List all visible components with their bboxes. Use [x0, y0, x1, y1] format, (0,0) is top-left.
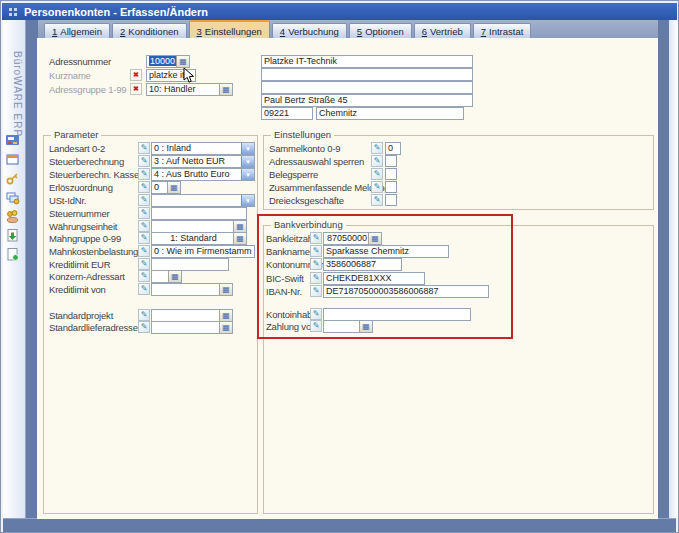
- lookup-button[interactable]: ▦: [219, 284, 232, 295]
- edit-icon[interactable]: ✎: [138, 155, 150, 167]
- name3-input[interactable]: [261, 81, 473, 94]
- edit-icon[interactable]: ✎: [371, 181, 383, 193]
- landesart-select[interactable]: 0 : Inland▼: [151, 142, 255, 155]
- edit-icon[interactable]: ✎: [138, 321, 150, 333]
- steuerberechnung-select[interactable]: 3 : Auf Netto EUR▼: [151, 155, 255, 168]
- lookup-button[interactable]: ▦: [233, 233, 246, 244]
- key-icon[interactable]: [5, 171, 21, 187]
- edit-icon[interactable]: ✎: [138, 142, 150, 154]
- mahngruppe-input[interactable]: 1: Standard▦: [151, 232, 247, 245]
- kreditlimit-von-input[interactable]: ▦: [151, 283, 233, 296]
- cards-icon[interactable]: [5, 190, 21, 206]
- field-row: Dreiecksgeschäfte ✎: [269, 194, 469, 207]
- lookup-button[interactable]: ▦: [168, 271, 181, 282]
- edit-icon[interactable]: ✎: [138, 194, 150, 206]
- name1-input[interactable]: Platzke IT-Technik: [261, 55, 473, 68]
- adressauswahl-sperren-checkbox[interactable]: [385, 155, 397, 167]
- mahnkostenbelastung-select[interactable]: 0 : Wie im Firmenstamm eing▼: [151, 245, 255, 258]
- plz-input[interactable]: 09221: [261, 107, 313, 120]
- ustidnr-select[interactable]: ▼: [151, 194, 255, 207]
- tab-vertrieb[interactable]: 6Vertrieb: [414, 23, 471, 38]
- field-row: Kreditlimit von ✎ ▦: [49, 283, 255, 296]
- kontonummer-input[interactable]: 3586006887: [323, 258, 402, 271]
- edit-icon[interactable]: ✎: [138, 258, 150, 270]
- lookup-button[interactable]: ▦: [219, 310, 232, 321]
- dropdown-arrow-icon[interactable]: ▼: [241, 195, 254, 206]
- tab-optionen[interactable]: 5Optionen: [349, 23, 412, 38]
- kurzname-label: Kurzname: [49, 70, 91, 81]
- iban-input[interactable]: DE71870500003586006887: [323, 285, 489, 298]
- bankleitzahl-input[interactable]: 87050000▦: [323, 232, 382, 245]
- konzern-adressart-input[interactable]: ▦: [151, 270, 182, 283]
- edit-icon[interactable]: ✎: [310, 320, 322, 332]
- document-check-icon[interactable]: [5, 247, 21, 263]
- edit-icon[interactable]: ✎: [138, 168, 150, 180]
- dropdown-arrow-icon[interactable]: ▼: [241, 169, 254, 180]
- edit-icon[interactable]: ✎: [138, 270, 150, 282]
- erloeszuordnung-input[interactable]: 0▦: [151, 181, 181, 194]
- lookup-button[interactable]: ▦: [233, 221, 246, 232]
- field-label: Steuernummer: [49, 208, 109, 219]
- field-label: BIC-Swift: [266, 273, 304, 284]
- clear-field-icon[interactable]: ✖: [130, 83, 142, 95]
- tab-einstellungen[interactable]: 3Einstellungen: [189, 20, 270, 38]
- tab-verbuchung[interactable]: 4Verbuchung: [272, 23, 347, 38]
- dreiecksgeschaefte-checkbox[interactable]: [385, 194, 397, 206]
- steuerberechn-kasse-select[interactable]: 4 : Aus Brutto Euro▼: [151, 168, 255, 181]
- name2-input[interactable]: [261, 68, 473, 81]
- lookup-button[interactable]: ▦: [219, 84, 232, 95]
- belegsperre-checkbox[interactable]: [385, 168, 397, 180]
- edit-icon[interactable]: ✎: [371, 194, 383, 206]
- edit-icon[interactable]: ✎: [138, 283, 150, 295]
- clear-field-icon[interactable]: ✖: [130, 69, 142, 81]
- field-label: Konzern-Adressart: [49, 271, 125, 282]
- edit-icon[interactable]: ✎: [138, 207, 150, 219]
- field-label: Mahngruppe 0-99: [49, 233, 121, 244]
- payments-icon[interactable]: [5, 209, 21, 225]
- edit-icon[interactable]: ✎: [310, 245, 322, 257]
- lookup-button[interactable]: ▦: [359, 321, 372, 332]
- edit-icon[interactable]: ✎: [371, 168, 383, 180]
- dropdown-arrow-icon[interactable]: ▼: [241, 143, 254, 154]
- field-row: Kontonummer ✎ 3586006887: [266, 258, 512, 271]
- lookup-button[interactable]: ▦: [176, 56, 189, 67]
- edit-icon[interactable]: ✎: [310, 258, 322, 270]
- bic-swift-input[interactable]: CHEKDE81XXX: [323, 272, 425, 285]
- field-row: Zusammenfassende Meldung ✎: [269, 181, 469, 194]
- dropdown-arrow-icon[interactable]: ▼: [241, 156, 254, 167]
- edit-icon[interactable]: ✎: [310, 272, 322, 284]
- lookup-button[interactable]: ▦: [167, 182, 180, 193]
- edit-icon[interactable]: ✎: [138, 245, 150, 257]
- tab-konditionen[interactable]: 2Konditionen: [112, 23, 186, 38]
- import-icon[interactable]: [5, 228, 21, 244]
- zahlung-von-input[interactable]: ▦: [323, 320, 373, 333]
- ort-input[interactable]: Chemnitz: [316, 107, 464, 120]
- tab-intrastat[interactable]: 7Intrastat: [473, 23, 532, 38]
- edit-icon[interactable]: ✎: [138, 181, 150, 193]
- edit-icon[interactable]: ✎: [371, 142, 383, 154]
- edit-icon[interactable]: ✎: [310, 308, 322, 320]
- edit-icon[interactable]: ✎: [310, 232, 322, 244]
- field-label: Adressauswahl sperren: [269, 156, 364, 167]
- edit-icon[interactable]: ✎: [138, 220, 150, 232]
- accounting-icon[interactable]: [5, 133, 21, 149]
- lookup-button[interactable]: ▦: [368, 233, 381, 244]
- field-row: BIC-Swift ✎ CHEKDE81XXX: [266, 272, 512, 285]
- field-label: Erlöszuordnung: [49, 182, 113, 193]
- steuernummer-input[interactable]: [151, 207, 247, 220]
- standardlieferadresse-input[interactable]: ▦: [151, 321, 233, 334]
- lookup-button[interactable]: ▦: [219, 322, 232, 333]
- edit-icon[interactable]: ✎: [310, 285, 322, 297]
- edit-icon[interactable]: ✎: [371, 155, 383, 167]
- edit-icon[interactable]: ✎: [138, 309, 150, 321]
- field-row: Steuerberechnung ✎ 3 : Auf Netto EUR▼: [49, 155, 255, 168]
- field-label: Bankname: [266, 246, 310, 257]
- bankname-input[interactable]: Sparkasse Chemnitz: [323, 245, 449, 258]
- window-icon[interactable]: [5, 152, 21, 168]
- field-row: Erlöszuordnung ✎ 0▦: [49, 181, 255, 194]
- sammelkonto-input[interactable]: 0: [385, 142, 401, 155]
- zusammenfassende-meldung-checkbox[interactable]: [385, 181, 397, 193]
- tab-allgemein[interactable]: 1Allgemein: [44, 23, 110, 38]
- strasse-input[interactable]: Paul Bertz Straße 45: [261, 94, 473, 107]
- edit-icon[interactable]: ✎: [138, 232, 150, 244]
